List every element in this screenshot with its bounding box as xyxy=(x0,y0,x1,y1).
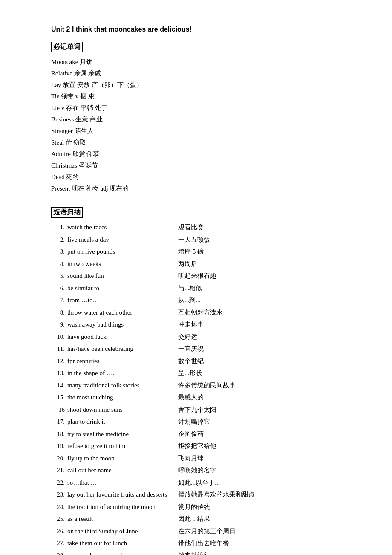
phrase-english: sound like fun xyxy=(67,271,178,282)
phrase-item: 22.so…that …如此...以至于... xyxy=(51,477,341,489)
vocab-item: Dead 死的 xyxy=(51,172,341,182)
phrase-number: 27. xyxy=(51,538,65,549)
phrase-item: 28.more and more popular越来越流行 xyxy=(51,550,341,555)
phrase-item: 10.have good luck交好运 xyxy=(51,332,341,343)
phrase-number: 26. xyxy=(51,526,65,537)
phrase-item: 11.has/have been celebrating一直庆祝 xyxy=(51,344,341,355)
phrase-english: throw water at each other xyxy=(67,307,178,318)
unit-title: Unit 2 I think that mooncakes are delici… xyxy=(51,26,341,33)
phrase-number: 24. xyxy=(51,502,65,513)
phrase-chinese: 赏月的传统 xyxy=(178,502,341,513)
phrase-english: in two weeks xyxy=(67,259,178,270)
phrase-chinese: 在六月的第三个周日 xyxy=(178,526,341,537)
vocab-item: Admire 欣赏 仰慕 xyxy=(51,149,341,159)
phrase-chinese: 从...到... xyxy=(178,295,341,306)
phrase-chinese: 冲走坏事 xyxy=(178,319,341,330)
phrase-item: 18.try to steal the medicine企图偷药 xyxy=(51,429,341,440)
vocab-item: Tie 领带 v 捆 束 xyxy=(51,91,341,101)
phrase-english: from …to… xyxy=(67,295,178,306)
phrase-number: 9. xyxy=(51,319,65,330)
phrase-chinese: 听起来很有趣 xyxy=(178,271,341,282)
phrase-item: 25.as a result因此，结果 xyxy=(51,514,341,525)
phrase-item: 1.watch the races观看比赛 xyxy=(51,222,341,233)
phrase-number: 25. xyxy=(51,514,65,525)
phrase-item: 26.on the third Sunday of June在六月的第三个周日 xyxy=(51,526,341,537)
phrase-number: 23. xyxy=(51,489,65,500)
phrase-number: 10. xyxy=(51,332,65,343)
phrase-chinese: 带他们出去吃午餐 xyxy=(178,538,341,549)
phrase-item: 6.be similar to与...相似 xyxy=(51,283,341,294)
phrase-english: more and more popular xyxy=(67,550,178,555)
phrase-number: 1. xyxy=(51,222,65,233)
vocab-item: Christmas 圣诞节 xyxy=(51,160,341,171)
phrase-chinese: 最感人的 xyxy=(178,392,341,403)
phrase-number: 18. xyxy=(51,429,65,440)
phrase-number: 3. xyxy=(51,246,65,257)
phrase-english: has/have been celebrating xyxy=(67,344,178,355)
phrase-number: 19. xyxy=(51,441,65,452)
phrase-item: 15.the most touching最感人的 xyxy=(51,392,341,403)
phrase-chinese: 呈...形状 xyxy=(178,368,341,379)
phrase-english: the tradition of admiring the moon xyxy=(67,502,178,513)
phrase-chinese: 如此...以至于... xyxy=(178,477,341,489)
vocab-item: Lie v 存在 平躺 处于 xyxy=(51,103,341,113)
phrase-chinese: 增胖 5 磅 xyxy=(178,246,341,257)
phrase-number: 12. xyxy=(51,356,65,367)
phrase-english: have good luck xyxy=(67,332,178,343)
phrase-english: try to steal the medicine xyxy=(67,429,178,440)
phrase-english: call out her name xyxy=(67,465,178,476)
phrase-number: 21. xyxy=(51,465,65,476)
phrase-english: on the third Sunday of June xyxy=(67,526,178,537)
vocab-item: Stranger 陌生人 xyxy=(51,126,341,136)
phrase-chinese: 因此，结果 xyxy=(178,514,341,525)
phrase-chinese: 越来越流行 xyxy=(178,550,341,555)
phrase-item: 16shoot down nine suns舍下九个太阳 xyxy=(51,405,341,416)
phrase-item: 12.fpr centuries数个世纪 xyxy=(51,356,341,367)
phrase-chinese: 一直庆祝 xyxy=(178,344,341,355)
phrase-chinese: 与...相似 xyxy=(178,283,341,294)
phrase-number: 2. xyxy=(51,234,65,246)
phrase-chinese: 两周后 xyxy=(178,259,341,270)
phrase-number: 16 xyxy=(51,405,65,416)
phrase-english: as a result xyxy=(67,514,178,525)
phrase-number: 20. xyxy=(51,453,65,464)
phrase-item: 14.many traditional folk stories许多传统的民间故… xyxy=(51,380,341,391)
vocab-item: Relative 亲属 亲戚 xyxy=(51,68,341,78)
phrase-number: 8. xyxy=(51,307,65,318)
phrase-chinese: 数个世纪 xyxy=(178,356,341,367)
phrase-chinese: 飞向月球 xyxy=(178,453,341,464)
phrase-chinese: 拒接把它给他 xyxy=(178,441,341,452)
phrase-item: 3.put on five pounds增胖 5 磅 xyxy=(51,246,341,257)
phrase-item: 21.call out her name呼唤她的名字 xyxy=(51,465,341,476)
phrase-number: 6. xyxy=(51,283,65,294)
phrase-english: in the shape of …. xyxy=(67,368,178,379)
phrase-chinese: 呼唤她的名字 xyxy=(178,465,341,476)
phrase-english: refuse to give it to him xyxy=(67,441,178,452)
phrase-number: 17. xyxy=(51,416,65,428)
phrase-chinese: 摆放她最喜欢的水果和甜点 xyxy=(178,489,341,500)
phrase-english: shoot down nine suns xyxy=(67,405,178,416)
phrase-item: 2.five meals a day一天五顿饭 xyxy=(51,234,341,246)
phrase-chinese: 交好运 xyxy=(178,332,341,343)
vocab-list: Mooncake 月饼Relative 亲属 亲戚Lay 放置 安放 产（卵）下… xyxy=(51,57,341,194)
phrase-item: 9.wash away bad things冲走坏事 xyxy=(51,319,341,330)
phrase-english: put on five pounds xyxy=(67,246,178,257)
phrase-english: wash away bad things xyxy=(67,319,178,330)
phrase-english: be similar to xyxy=(67,283,178,294)
phrase-number: 11. xyxy=(51,344,65,355)
phrase-chinese: 许多传统的民间故事 xyxy=(178,380,341,391)
phrase-number: 13. xyxy=(51,368,65,379)
phrase-number: 4. xyxy=(51,259,65,270)
phrase-item: 17.plan to drink it计划喝掉它 xyxy=(51,416,341,428)
phrase-chinese: 舍下九个太阳 xyxy=(178,405,341,416)
phrase-chinese: 观看比赛 xyxy=(178,222,341,233)
phrase-english: many traditional folk stories xyxy=(67,380,178,391)
phrase-english: lay out her favourite fruits and dessert… xyxy=(67,489,178,500)
phrase-item: 23.lay out her favourite fruits and dess… xyxy=(51,489,341,500)
phrase-number: 22. xyxy=(51,477,65,489)
vocab-item: Business 生意 商业 xyxy=(51,114,341,124)
phrase-number: 7. xyxy=(51,295,65,306)
phrase-item: 20.fly up to the moon飞向月球 xyxy=(51,453,341,464)
phrase-english: fpr centuries xyxy=(67,356,178,367)
phrase-english: take them out for lunch xyxy=(67,538,178,549)
